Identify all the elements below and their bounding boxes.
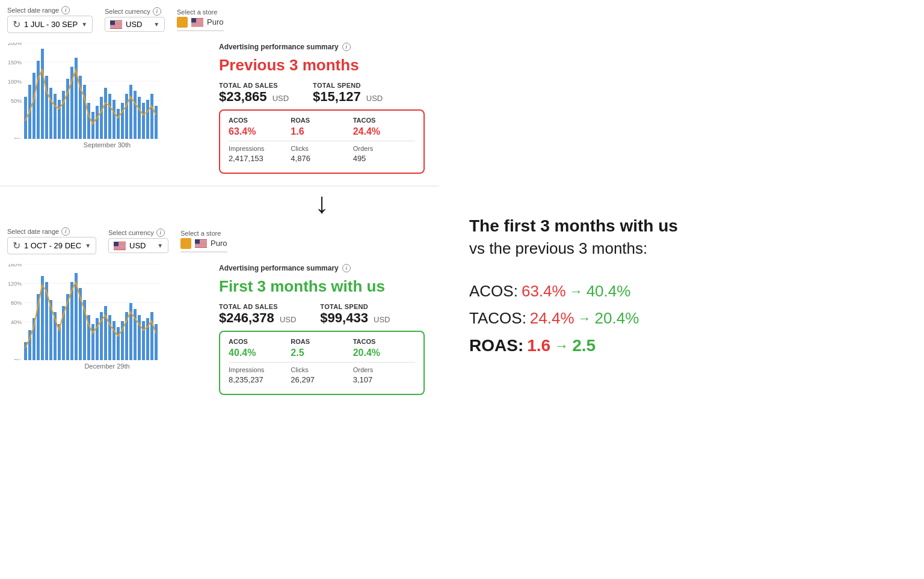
bottom-summary-panel: Advertising performance summary i First …	[209, 258, 434, 401]
top-currency-dropdown[interactable]: USD ▼	[105, 17, 165, 32]
top-total-spend: TOTAL SPEND $15,127 USD	[313, 82, 383, 105]
svg-rect-48	[112, 100, 116, 139]
comparison-roas-label: ROAS:	[469, 336, 523, 355]
bottom-clicks-value: 26,297	[291, 375, 353, 384]
bottom-currency-dropdown[interactable]: USD ▼	[108, 238, 168, 253]
bottom-acos-value: 40.4%	[229, 348, 291, 358]
bottom-impressions-value: 8,235,237	[229, 375, 291, 384]
svg-rect-116	[150, 312, 153, 360]
svg-rect-65	[114, 248, 126, 249]
bottom-acos-col: ACOS 40.4%	[229, 338, 291, 358]
svg-rect-66	[114, 242, 119, 247]
svg-rect-49	[117, 109, 120, 139]
svg-rect-52	[129, 85, 132, 139]
top-roas-label: ROAS	[291, 117, 353, 124]
bottom-impressions-col: Impressions 8,235,237	[229, 366, 291, 384]
svg-rect-50	[121, 103, 124, 139]
bottom-orders-label: Orders	[353, 366, 415, 373]
bottom-currency-chevron-icon: ▼	[157, 242, 163, 249]
svg-rect-29	[32, 73, 35, 139]
svg-text:0%: 0%	[14, 136, 22, 139]
bottom-tacos-label: TACOS	[353, 338, 415, 345]
comparison-acos-before: 63.4%	[522, 282, 566, 301]
svg-rect-73	[195, 246, 207, 247]
top-store-name: Puro	[207, 17, 223, 26]
bottom-ad-sales-label: TOTAL AD SALES	[219, 303, 296, 310]
bottom-date-range-value: 1 OCT - 29 DEC	[24, 241, 81, 250]
top-acos-label: ACOS	[229, 117, 291, 124]
bottom-clicks-label: Clicks	[291, 366, 353, 373]
refresh-icon[interactable]: ↻	[13, 19, 20, 30]
top-acos-col: ACOS 63.4%	[229, 117, 291, 137]
comparison-heading: The first 3 months with us	[469, 215, 900, 237]
bottom-period-heading: First 3 months with us	[219, 277, 425, 296]
top-summary-panel: Advertising performance summary i Previo…	[209, 37, 434, 180]
top-orders-label: Orders	[353, 145, 415, 152]
top-impressions-col: Impressions 2,417,153	[229, 145, 291, 163]
bottom-tacos-value: 20.4%	[353, 348, 415, 358]
bottom-summary-title: Advertising performance summary i	[219, 264, 425, 272]
svg-rect-46	[104, 88, 107, 139]
svg-rect-33	[49, 88, 52, 139]
bottom-roas-label: ROAS	[291, 338, 353, 345]
bottom-date-range-dropdown[interactable]: ↻ 1 OCT - 29 DEC ▼	[7, 237, 96, 254]
comparison-acos-label: ACOS:	[469, 282, 518, 301]
bottom-stats-box: ACOS 40.4% ROAS 2.5 TACOS 20.4%	[219, 331, 425, 395]
acos-arrow-icon: →	[570, 284, 583, 299]
bottom-stats-divider	[229, 362, 415, 363]
top-summary-title-text: Advertising performance summary	[219, 43, 339, 51]
svg-rect-41	[83, 85, 86, 139]
bottom-chart-date-label: December 29th	[5, 363, 209, 370]
bottom-store-selector[interactable]: Puro	[180, 238, 227, 253]
svg-rect-43	[91, 112, 94, 139]
bottom-roas-value: 2.5	[291, 348, 353, 358]
bottom-date-range-label: Select date range i	[7, 227, 96, 236]
comparison-tacos-row: TACOS: 24.4% → 20.4%	[469, 309, 900, 328]
bottom-bar-chart: 160% 120% 80% 40% 0%	[5, 264, 161, 360]
bottom-roas-col: ROAS 2.5	[291, 338, 353, 358]
bottom-ad-sales-value: $246,378 USD	[219, 310, 296, 326]
svg-text:200%: 200%	[8, 43, 22, 46]
bottom-refresh-icon[interactable]: ↻	[13, 240, 20, 251]
svg-rect-56	[146, 100, 149, 139]
top-orders-col: Orders 495	[353, 145, 415, 163]
svg-rect-57	[150, 94, 153, 139]
comparison-sub: vs the previous 3 months:	[469, 239, 900, 258]
bottom-date-info-icon: i	[61, 227, 70, 236]
bottom-stats-headers: ACOS 40.4% ROAS 2.5 TACOS 20.4%	[229, 338, 415, 358]
top-impressions-value: 2,417,153	[229, 154, 291, 163]
comparison-tacos-before: 24.4%	[530, 309, 574, 328]
top-ad-sales: TOTAL AD SALES $23,865 USD	[219, 82, 289, 105]
top-stats-box: ACOS 63.4% ROAS 1.6 TACOS 24.4%	[219, 109, 425, 174]
svg-text:160%: 160%	[8, 264, 22, 268]
bottom-summary-title-text: Advertising performance summary	[219, 264, 339, 272]
currency-chevron-icon: ▼	[153, 21, 159, 28]
top-orders-value: 495	[353, 154, 415, 163]
top-clicks-col: Clicks 4,876	[291, 145, 353, 163]
svg-rect-51	[125, 94, 128, 139]
us-flag-store-icon	[191, 18, 203, 26]
bottom-ad-sales: TOTAL AD SALES $246,378 USD	[219, 303, 296, 326]
top-store-selector[interactable]: Puro	[177, 17, 223, 31]
svg-rect-34	[54, 94, 57, 139]
svg-text:100%: 100%	[8, 79, 22, 85]
bottom-us-flag-store-icon	[195, 239, 207, 248]
comparison-roas-after: 2.5	[572, 336, 596, 355]
bottom-chart-area: 160% 120% 80% 40% 0%	[5, 258, 209, 376]
svg-rect-7	[110, 20, 115, 25]
top-stats-headers: ACOS 63.4% ROAS 1.6 TACOS 24.4%	[229, 117, 415, 137]
svg-text:150%: 150%	[8, 60, 22, 66]
svg-text:40%: 40%	[11, 319, 22, 325]
top-tacos-value: 24.4%	[353, 126, 415, 137]
bottom-store-label-text: Select a store	[180, 230, 221, 237]
top-spend-value: $15,127 USD	[313, 89, 383, 105]
svg-rect-105	[104, 306, 107, 360]
comparison-roas-row: ROAS: 1.6 → 2.5	[469, 336, 900, 355]
bottom-controls-row: Select date range i ↻ 1 OCT - 29 DEC ▼ S…	[0, 221, 439, 258]
top-spend-label: TOTAL SPEND	[313, 82, 383, 89]
svg-rect-58	[155, 106, 158, 139]
svg-text:80%: 80%	[11, 300, 22, 306]
top-date-range-dropdown[interactable]: ↻ 1 JUL - 30 SEP ▼	[7, 16, 93, 33]
svg-rect-30	[37, 61, 40, 139]
svg-rect-47	[108, 94, 111, 139]
